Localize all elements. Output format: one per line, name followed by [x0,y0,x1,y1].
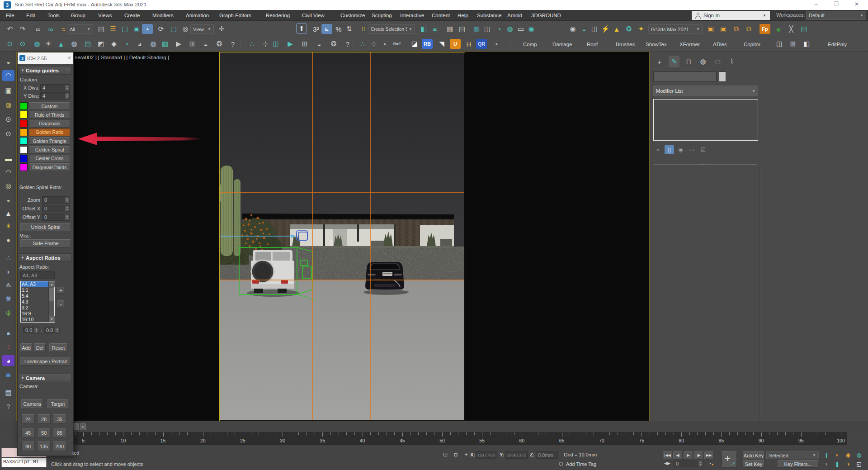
auto-key-button[interactable]: Auto Key [743,451,764,459]
camera-button[interactable]: Camera [21,399,43,409]
zoom-icon[interactable]: ◍ [854,451,863,460]
reference-coordinate-dropdown[interactable]: View▼ [190,24,214,34]
trees-icon[interactable]: ♣ [773,23,784,35]
guide-button-rule-of-thirds[interactable]: Rule of Thirds [29,111,70,119]
bulb-kbd-icon[interactable]: ◍ [2,99,14,111]
create-tab[interactable]: + [654,56,665,67]
display-tab[interactable]: ▭ [712,56,723,67]
swatch-center-cross[interactable] [20,155,28,162]
pane-cross-icon[interactable]: ⊞ [299,38,310,50]
moon-icon[interactable]: ◗ [2,266,14,277]
scale-icon[interactable]: ▢ [168,23,179,35]
flower-icon[interactable]: ❀ [2,293,14,304]
bw-square-icon[interactable]: ◪ [409,38,420,50]
menu-arnold[interactable]: Arnold [507,10,522,21]
lens-35-button[interactable]: 35 [53,414,66,424]
aspect-item-5-4[interactable]: 5:4 [21,293,49,299]
menu-edit[interactable]: Edit [26,10,35,21]
layout-grid-icon[interactable]: ⊞ [788,38,798,50]
guide-button-custom[interactable]: Custom [29,102,70,110]
teapot-wire-icon[interactable]: ◒ [2,194,14,205]
lens-135-button[interactable]: 135 [37,442,51,451]
pin-stack-icon[interactable]: ⌖ [653,145,663,154]
palette-icon[interactable]: ◕ [134,38,145,50]
swatch-golden-ratio[interactable] [20,128,28,136]
aspect-item-4-3[interactable]: 4:3 [21,299,49,305]
modifier-stack[interactable] [653,99,758,141]
browser-icon[interactable]: ▣ [2,85,14,96]
rollout-comp-guides[interactable]: ▾Comp guides∷ [19,66,72,75]
restore-button[interactable]: ❐ [830,1,843,9]
render-window-icon[interactable]: ◫ [589,23,600,35]
object-name-field[interactable] [653,71,717,82]
schematic-view-icon[interactable]: ◫ [482,23,493,35]
guide-button-golden-ratio[interactable]: Golden Ratio [29,128,70,136]
menu-help[interactable]: Help [458,10,468,21]
render-setup-icon[interactable]: ◍ [505,23,515,35]
corner-icon[interactable]: ◥ [436,38,447,50]
make-unique-icon[interactable]: ◉ [676,145,685,154]
tab-damage[interactable]: Damage [552,37,572,51]
tab-atiles[interactable]: ATiles [713,37,727,51]
folder-open-icon[interactable]: ▣ [718,23,729,35]
target-button[interactable]: Target [47,399,68,409]
fire-icon[interactable]: ◆ [108,38,119,50]
render-iterative-icon[interactable]: ◉ [567,23,578,35]
unlink-icon[interactable]: ∞ [45,23,56,35]
h-icon[interactable]: H [463,38,474,50]
maxscript-mini-listener[interactable]: MAXScript Mi [1,458,47,467]
lock-selection-icon[interactable]: ◉ [844,451,853,460]
rollout-camera[interactable]: ▾Camera∷ [19,374,72,382]
swatch-golden-triangle[interactable] [20,137,28,145]
z-coord-field[interactable]: 0.0mm [536,451,558,459]
timeline-ruler[interactable]: 5101520253035404550556065707580859095100 [43,432,847,445]
menu-views[interactable]: Views [98,10,112,21]
tab-xformer[interactable]: XFormer [679,37,700,51]
tab-showtex[interactable]: ShowTex [646,37,667,51]
modify-tab[interactable]: ✎ [669,56,679,67]
menu-rendering[interactable]: Rendering [266,10,290,21]
tab-comp[interactable]: Comp [523,37,537,51]
selection-filter-dropdown[interactable]: All▼ [67,24,93,34]
target2-icon[interactable]: ⊹ [368,38,379,50]
transform-dots-icon[interactable]: ∴ [246,38,257,50]
aspect-item-1-1[interactable]: 1:1 [21,287,49,293]
video-monitor-icon[interactable]: ▶ [173,38,184,50]
lens-200-button[interactable]: 200 [53,442,66,451]
cloud-render-icon[interactable]: ◠ [2,70,14,81]
monitor-list-icon[interactable]: ▥ [160,38,170,50]
sphere-blue-icon[interactable]: ● [2,327,14,339]
prev-key-button[interactable]: ◀| [673,451,683,459]
render-teapot-icon[interactable]: ◒ [579,23,590,35]
rollout-aspect-ratios[interactable]: ▾Aspect Ratios [19,253,72,262]
camera-kbd-icon[interactable]: ⊙ [2,114,14,125]
lens-24-button[interactable]: 24 [21,414,35,424]
video-play-icon[interactable]: ▶ [285,38,296,50]
cone-icon[interactable]: ▲ [2,207,14,219]
y-coord-field[interactable]: 195613.65 [505,451,528,459]
add-button[interactable]: Add [20,343,32,352]
aspect-listbox[interactable]: A4, A31:15:44:33:216:916:10 ▲ ▼ [20,281,55,323]
swatch-rule-of-thirds[interactable] [20,111,28,119]
menu-create[interactable]: Create [124,10,140,21]
menu-animation[interactable]: Animation [186,10,209,21]
lens-45-button[interactable]: 45 [21,428,35,437]
menu-interactive[interactable]: Interactive [400,10,424,21]
pivot-icon[interactable]: ◎ [180,23,191,35]
tab-brushes[interactable]: Brushes [616,37,635,51]
tree-icon[interactable]: ▲ [56,38,66,50]
bm2-icon[interactable]: Bm² [392,38,402,50]
absolute-mode-icon[interactable]: + [462,450,471,459]
reset-button[interactable]: Reset [49,343,67,352]
u-icon[interactable]: U [450,39,461,49]
material-editor-icon[interactable]: ◔ [494,23,505,35]
column-window-icon[interactable]: ◫ [270,38,281,50]
panel-splitter[interactable] [760,167,760,420]
ratio-w-field[interactable]: 0.0▲▼ [23,327,39,333]
layout-split-icon[interactable]: ◫ [774,38,785,50]
del-button[interactable]: Del [34,343,46,352]
rect-selection-icon[interactable]: ▢ [119,23,130,35]
menu-customize[interactable]: Customize [340,10,365,21]
pinwheel-icon[interactable]: ❂ [214,38,225,50]
center-icon[interactable]: ✛ [216,23,227,35]
